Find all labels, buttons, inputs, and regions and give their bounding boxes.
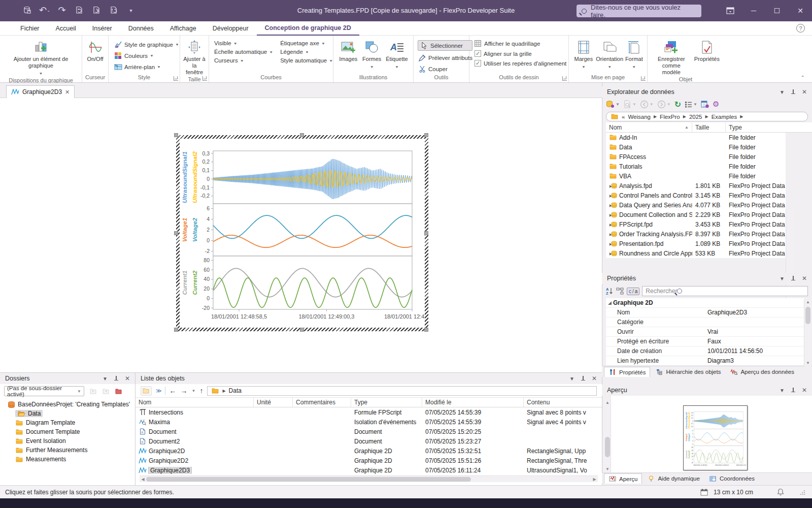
close-button[interactable]: ✕ — [789, 0, 812, 21]
explorer-file-row[interactable]: DataFile folder — [606, 142, 786, 152]
property-value[interactable]: 10/01/2011 14:56:50 — [707, 347, 805, 355]
panel-menu-icon[interactable]: ▼ — [569, 376, 574, 382]
resize-handle-n[interactable] — [300, 133, 304, 137]
categorized-icon[interactable] — [616, 288, 624, 295]
property-value[interactable]: Diagram3 — [707, 357, 805, 364]
breadcrumb-weisang[interactable]: Weisang — [628, 114, 651, 120]
column-type[interactable]: Type — [726, 122, 786, 132]
cut-button[interactable]: Couper — [418, 65, 472, 73]
explorer-file-row[interactable]: Data Query and Series Anal...4.077 KBFle… — [606, 200, 786, 210]
column-unite[interactable]: Unité — [254, 398, 293, 407]
tab-donnees[interactable]: Données — [120, 21, 162, 36]
tab-aide-dynamique[interactable]: Aide dynamique — [643, 473, 703, 484]
preview-thumbnail[interactable]: 0,30,20,10-0,1-0,2UltrasoundSignal1Ultra… — [683, 405, 748, 470]
undo-icon[interactable]: ↶⌄ — [40, 5, 50, 15]
data-source-icon[interactable]: ▼ — [606, 100, 620, 108]
auto-style-button[interactable]: Style automatique▼ — [280, 57, 333, 64]
column-taille[interactable]: Taille — [692, 122, 726, 132]
images-button[interactable]: Images — [336, 39, 360, 62]
object-row[interactable]: Document2Document07/05/2025 15:23:27 — [136, 436, 602, 446]
taille-dialog-launcher[interactable] — [202, 76, 207, 81]
axis-labeling-button[interactable]: Étiquetage axe▼ — [280, 40, 333, 46]
add-chart-element-button[interactable]: Ajouter un élément de graphique▼ — [8, 39, 74, 77]
resize-handle-sw[interactable] — [174, 328, 178, 332]
tab-proprietes[interactable]: Propriétés — [604, 367, 650, 377]
object-properties-button[interactable]: Propriétés — [693, 39, 721, 62]
resize-handle-se[interactable] — [424, 328, 428, 332]
folder-back-icon[interactable] — [89, 388, 97, 395]
object-row[interactable]: Graphique2D3Graphique 2D07/05/2025 16:11… — [136, 465, 602, 475]
expand-all-icon[interactable]: ≫ — [156, 388, 161, 394]
subfolder-dropdown[interactable]: (Pas de sous-dossier activé) ▼ — [4, 386, 84, 396]
tree-folder-further-measurements[interactable]: Further Measurements — [0, 446, 135, 455]
margins-button[interactable]: Marges▼ — [572, 39, 595, 70]
nav-history-icon[interactable]: ▼ — [192, 389, 196, 393]
object-row[interactable]: Graphique2D2Graphique 2D07/05/2025 15:51… — [136, 456, 602, 465]
panel-menu-icon[interactable]: ▼ — [103, 376, 108, 382]
explorer-file-row[interactable]: FPAccessFile folder — [606, 152, 786, 162]
object-row[interactable]: IntersectionsFormule FPScript07/05/2025 … — [136, 407, 602, 417]
auto-scale-button[interactable]: Échelle automatique▼ — [214, 49, 273, 55]
refresh-all-icon[interactable] — [91, 5, 101, 15]
help-icon[interactable]: ? — [796, 24, 805, 33]
select-tool-button[interactable]: Sélectionner — [418, 40, 472, 51]
close-panel-icon[interactable]: ✕ — [802, 387, 807, 394]
object-list-hscrollbar[interactable]: ◀▶ — [140, 475, 598, 482]
resize-handle-s[interactable] — [300, 328, 304, 332]
nav-forward-icon[interactable]: → — [181, 387, 188, 395]
background-button[interactable]: Arrière-plan▼ — [114, 62, 179, 71]
file-preview-icon[interactable]: ▼ — [623, 100, 636, 108]
resize-handle-e[interactable] — [424, 231, 428, 235]
refresh-object-icon[interactable] — [74, 5, 84, 15]
close-panel-icon[interactable]: ✕ — [592, 375, 597, 382]
resize-handle-ne[interactable] — [424, 133, 428, 137]
explorer-breadcrumb[interactable]: « Weisang▶ FlexPro▶ 2025▶ Examples▶ — [606, 112, 808, 121]
properties-vscrollbar[interactable]: ▲ ▼ — [804, 299, 811, 366]
open-object-icon[interactable] — [141, 386, 152, 396]
explorer-file-row[interactable]: TutorialsFile folder — [606, 162, 786, 171]
tab-fichier[interactable]: Fichier — [12, 21, 48, 36]
tab-accueil[interactable]: Accueil — [48, 21, 84, 36]
collapse-ribbon-icon[interactable]: ⌃ — [801, 75, 805, 80]
nav-back-icon[interactable]: ← — [170, 387, 177, 395]
tree-folder-document-template[interactable]: Document Template — [0, 427, 135, 436]
show-grid-toggle[interactable]: Afficher le quadrillage — [475, 40, 566, 47]
tree-folder-data[interactable]: Data — [0, 409, 135, 418]
resize-handle-w[interactable] — [174, 231, 178, 235]
chart-object-selected[interactable]: 0,30,20,10-0,1-0,2UltrasoundSignal1Ultra… — [176, 135, 428, 331]
tab-developpeur[interactable]: Développeur — [205, 21, 257, 36]
forward-icon[interactable]: ▼ — [657, 100, 671, 109]
format-button[interactable]: Format▼ — [624, 39, 644, 70]
tab-apercu[interactable]: Aperçu — [604, 473, 642, 484]
breadcrumb-examples[interactable]: Examples — [712, 114, 737, 120]
explorer-file-row[interactable]: Add-InFile folder — [606, 133, 786, 142]
property-value[interactable]: Faux — [707, 338, 805, 345]
tree-folder-measurements[interactable]: Measurements — [0, 455, 135, 464]
property-row[interactable]: Catégorie — [606, 318, 805, 327]
active-folder-icon[interactable] — [114, 388, 122, 395]
minimize-button[interactable]: ─ — [742, 0, 765, 21]
panel-menu-icon[interactable]: ▼ — [780, 89, 785, 95]
chart-style-button[interactable]: Style de graphique▼ — [114, 40, 179, 49]
property-row[interactable]: OuvrirVrai — [606, 327, 805, 337]
explorer-file-row[interactable]: Document Collection and S...2.229 KBFlex… — [606, 210, 786, 219]
property-value[interactable]: Vrai — [707, 328, 805, 335]
explorer-file-row[interactable]: Roundness and Circle Appr...533 KBFlexPr… — [606, 248, 786, 258]
property-row[interactable]: Protégé en écritureFaux — [606, 337, 805, 346]
view-mode-icon[interactable]: ▼ — [685, 101, 697, 108]
explorer-file-row[interactable]: Order Tracking Analysis.FPD8.397 KBFlexP… — [606, 229, 786, 239]
settings-gear-icon[interactable]: ⚙ — [713, 100, 719, 109]
snap-grid-checkbox[interactable]: ✓ Aligner sur la grille — [475, 50, 566, 57]
sort-az-icon[interactable]: AZ — [606, 287, 614, 295]
nav-up-icon[interactable]: ↑ — [199, 387, 203, 395]
refresh-pending-icon[interactable] — [109, 5, 119, 15]
shapes-button[interactable]: Formes▼ — [360, 39, 383, 70]
column-nom[interactable]: Nom — [136, 398, 254, 407]
tab-apercu-donnees[interactable]: Aperçu des données — [726, 367, 798, 377]
notifications-bell-icon[interactable] — [776, 489, 785, 496]
column-contenu[interactable]: Contenu — [524, 398, 602, 407]
show-values-toggle[interactable]: c/a — [627, 288, 639, 295]
pin-icon[interactable] — [114, 376, 119, 382]
tree-folder-event-isolation[interactable]: Event Isolation — [0, 436, 135, 446]
redo-icon[interactable]: ↷ — [57, 5, 67, 15]
